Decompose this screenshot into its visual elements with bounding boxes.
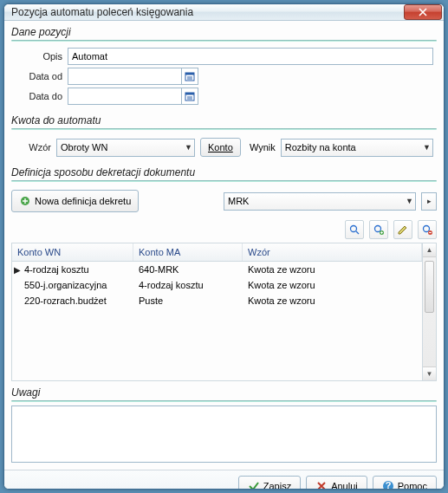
titlebar: Pozycja automatu poleceń księgowania (4, 4, 444, 21)
help-icon: ? (382, 480, 394, 490)
section-heading-dane: Dane pozycji (11, 26, 437, 38)
grid-header: Konto WN Konto MA Wzór (12, 243, 422, 262)
table-row[interactable]: 550-j.organizacyjna4-rodzaj kosztuKwota … (12, 277, 422, 293)
dekret-select[interactable]: MRK (224, 192, 416, 211)
section-kwota: Kwota do automatu Wzór Obroty WN ▼ Konto… (11, 114, 437, 161)
table-row[interactable]: ▶4-rodzaj kosztu640-MRKKwota ze wzoru (12, 262, 422, 277)
nowa-definicja-label: Nowa definicja dekretu (35, 196, 131, 206)
svg-point-13 (424, 226, 430, 232)
cell-konto-ma: Puste (133, 294, 243, 308)
check-icon (248, 480, 260, 490)
cell-konto-wn: 550-j.organizacyjna (12, 278, 133, 292)
anuluj-label: nuluj (338, 481, 358, 490)
grid: Konto WN Konto MA Wzór ▶4-rodzaj kosztu6… (11, 243, 437, 381)
window-title: Pozycja automatu poleceń księgowania (11, 6, 404, 18)
toolbar-edit-button[interactable] (393, 220, 412, 239)
table-row[interactable]: 220-rozrach.budżetPusteKwota ze wzoru (12, 293, 422, 308)
grid-col-konto-ma[interactable]: Konto MA (133, 243, 243, 261)
wynik-label: Wynik (246, 142, 276, 152)
wynik-select-value: Rozbity na konta (285, 142, 356, 152)
section-heading-kwota: Kwota do automatu (11, 114, 437, 126)
grid-col-wzor[interactable]: Wzór (243, 243, 422, 261)
toolbar-delete-button[interactable] (418, 220, 437, 239)
find-icon (348, 224, 360, 236)
wynik-select[interactable]: Rozbity na konta (281, 139, 433, 157)
svg-point-9 (351, 226, 357, 232)
grid-body: ▶4-rodzaj kosztu640-MRKKwota ze wzoru550… (12, 262, 422, 308)
wzor-label: Wzór (15, 142, 51, 152)
toolbar-find-button[interactable] (345, 220, 364, 239)
konto-button-label: Konto (208, 142, 233, 152)
section-heading-dekret: Definicja sposobu dekretacji dokumentu (11, 166, 437, 178)
uwagi-textarea[interactable] (11, 405, 437, 463)
section-heading-uwagi: Uwagi (11, 386, 437, 399)
toolbar (11, 217, 437, 243)
toolbar-add-button[interactable] (369, 220, 388, 239)
cell-konto-wn: 220-rozrach.budżet (12, 294, 133, 308)
zapisz-label: apisz (269, 481, 291, 490)
section-dekret: Definicja sposobu dekretacji dokumentu N… (11, 166, 437, 381)
dekret-select-popup-button[interactable]: ▸ (421, 192, 437, 211)
scroll-up-icon[interactable]: ▲ (423, 243, 436, 257)
cell-wzor: Kwota ze wzoru (243, 294, 422, 308)
pomoc-button[interactable]: ? Pomoc (373, 476, 437, 490)
data-od-calendar-button[interactable] (181, 68, 198, 85)
nowa-definicja-button[interactable]: Nowa definicja dekretu (11, 190, 139, 212)
grid-scrollbar[interactable]: ▲ ▼ (422, 243, 436, 380)
opis-input[interactable] (68, 48, 433, 65)
wzor-select[interactable]: Obroty WN (56, 139, 195, 157)
dialog-window: Pozycja automatu poleceń księgowania Dan… (3, 3, 445, 490)
cell-konto-wn: ▶4-rodzaj kosztu (12, 263, 133, 276)
dialog-body: Dane pozycji Opis Data od Data do (4, 21, 444, 470)
section-uwagi: Uwagi (11, 386, 437, 464)
row-marker-icon: ▶ (14, 265, 21, 275)
svg-line-10 (356, 231, 359, 234)
scroll-down-icon[interactable]: ▼ (423, 367, 436, 380)
calendar-icon (185, 91, 195, 101)
svg-rect-1 (185, 73, 194, 75)
dekret-select-value: MRK (228, 196, 249, 206)
wzor-select-value: Obroty WN (61, 142, 107, 152)
close-button[interactable] (404, 4, 442, 20)
cell-konto-ma: 640-MRK (133, 263, 243, 276)
section-dane: Dane pozycji Opis Data od Data do (11, 26, 437, 109)
grid-col-konto-wn[interactable]: Konto WN (12, 243, 133, 261)
svg-rect-5 (185, 93, 194, 95)
data-do-label: Data do (15, 91, 62, 101)
data-od-label: Data od (15, 71, 62, 81)
separator (11, 180, 437, 182)
delete-icon (421, 224, 433, 236)
data-od-input[interactable] (68, 68, 196, 85)
scroll-thumb[interactable] (425, 261, 434, 313)
data-do-input[interactable] (68, 88, 196, 105)
close-icon (419, 8, 427, 16)
separator (11, 128, 437, 130)
cell-wzor: Kwota ze wzoru (243, 263, 422, 276)
opis-label: Opis (15, 51, 62, 62)
pomoc-label: Pomoc (398, 481, 427, 490)
add-icon (373, 224, 385, 236)
edit-icon (397, 224, 409, 236)
calendar-icon (185, 71, 195, 81)
svg-point-11 (375, 226, 381, 232)
cell-wzor: Kwota ze wzoru (243, 278, 422, 292)
new-icon (19, 195, 31, 207)
zapisz-button[interactable]: Zapisz (238, 476, 301, 490)
anuluj-button[interactable]: Anuluj (306, 476, 367, 490)
konto-button[interactable]: Konto (200, 138, 241, 157)
svg-text:?: ? (385, 480, 391, 490)
cell-konto-ma: 4-rodzaj kosztu (133, 278, 243, 292)
cancel-icon (315, 480, 328, 490)
data-do-calendar-button[interactable] (181, 88, 198, 105)
footer: Zapisz Anuluj ? Pomoc (4, 470, 444, 490)
